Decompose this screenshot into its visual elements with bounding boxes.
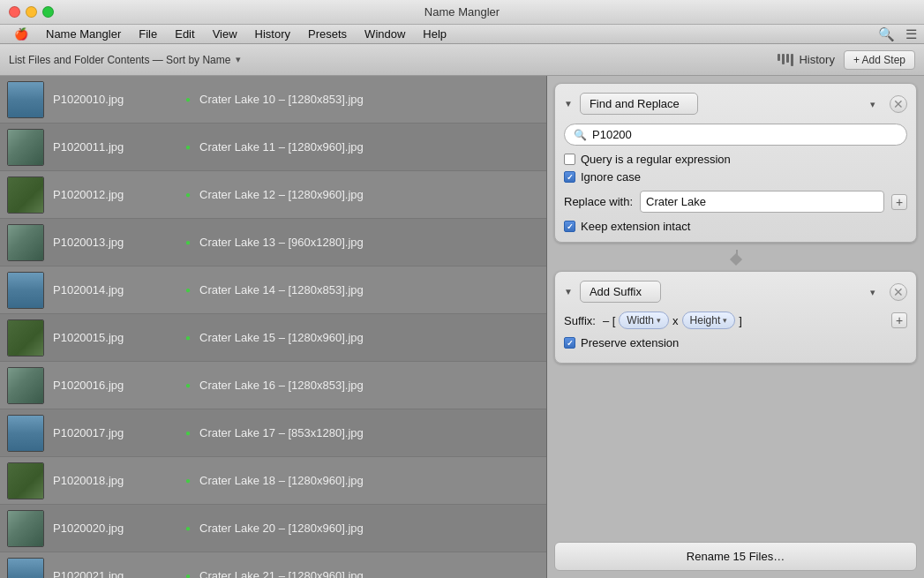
- width-token-label: Width: [627, 314, 654, 327]
- keep-ext-checkbox[interactable]: [564, 221, 575, 232]
- file-arrow-icon: ●: [185, 94, 191, 104]
- file-thumbnail: [7, 558, 44, 579]
- file-thumbnail: [7, 367, 44, 404]
- file-original-name: P1020013.jpg: [53, 236, 177, 249]
- menu-help[interactable]: Help: [416, 26, 454, 42]
- step2-header: ▼ Add Suffix ✕: [564, 281, 907, 303]
- step1-toggle[interactable]: ▼: [564, 99, 573, 109]
- file-row[interactable]: P1020016.jpg●Crater Lake 16 – [1280x853]…: [0, 362, 546, 409]
- file-result-name: Crater Lake 17 – [853x1280].jpg: [199, 426, 364, 439]
- connector-diamond: [729, 253, 741, 266]
- step1-close-button[interactable]: ✕: [890, 95, 907, 113]
- replace-label: Replace with:: [564, 195, 633, 208]
- menu-file[interactable]: File: [131, 26, 164, 42]
- minimize-button[interactable]: [26, 6, 37, 18]
- step2-type-select[interactable]: Add Suffix: [580, 281, 661, 303]
- preserve-ext-label: Preserve extension: [581, 336, 679, 349]
- maximize-button[interactable]: [42, 6, 54, 18]
- file-row[interactable]: P1020017.jpg●Crater Lake 17 – [853x1280]…: [0, 409, 546, 457]
- step1-header: ▼ Find and Replace ✕: [564, 93, 907, 115]
- file-arrow-icon: ●: [185, 476, 191, 485]
- step2-toggle[interactable]: ▼: [564, 287, 573, 297]
- window-title: Name Mangler: [424, 5, 500, 19]
- replace-plus-button[interactable]: +: [891, 194, 907, 210]
- search-icon[interactable]: 🔍: [878, 26, 895, 42]
- menu-appname[interactable]: Name Mangler: [39, 26, 128, 42]
- file-arrow-icon: ●: [185, 571, 191, 578]
- main-layout: P1020010.jpg●Crater Lake 10 – [1280x853]…: [0, 76, 924, 578]
- search-input[interactable]: [592, 128, 898, 141]
- search-field-icon: 🔍: [574, 129, 587, 141]
- file-thumbnail: [7, 81, 44, 118]
- menu-view[interactable]: View: [206, 26, 244, 42]
- suffix-x-text: x: [672, 314, 679, 327]
- menu-history[interactable]: History: [248, 26, 297, 42]
- width-token-button[interactable]: Width ▾: [619, 312, 669, 329]
- keep-ext-label: Keep extension intact: [581, 220, 690, 233]
- file-thumbnail: [7, 272, 44, 309]
- height-token-label: Height: [690, 314, 721, 327]
- list-icon[interactable]: ☰: [905, 26, 917, 42]
- query-regex-checkbox[interactable]: [564, 154, 575, 165]
- ignore-case-checkbox[interactable]: [564, 171, 575, 183]
- file-row[interactable]: P1020012.jpg●Crater Lake 12 – [1280x960]…: [0, 171, 546, 219]
- ignore-case-row: Ignore case: [564, 170, 907, 184]
- toolbar-left: List Files and Folder Contents — Sort by…: [9, 54, 770, 66]
- search-field: 🔍: [564, 124, 907, 146]
- file-result-name: Crater Lake 12 – [1280x960].jpg: [199, 188, 364, 201]
- file-row[interactable]: P1020010.jpg●Crater Lake 10 – [1280x853]…: [0, 76, 546, 124]
- file-list: P1020010.jpg●Crater Lake 10 – [1280x853]…: [0, 76, 547, 578]
- file-original-name: P1020017.jpg: [53, 426, 177, 439]
- file-arrow-icon: ●: [185, 285, 191, 295]
- height-token-button[interactable]: Height ▾: [682, 312, 736, 329]
- height-token-arrow: ▾: [723, 316, 727, 325]
- file-result-name: Crater Lake 18 – [1280x960].jpg: [199, 474, 364, 487]
- file-thumbnail: [7, 510, 44, 547]
- query-regex-row: Query is a regular expression: [564, 153, 907, 166]
- file-row[interactable]: P1020018.jpg●Crater Lake 18 – [1280x960]…: [0, 457, 546, 505]
- close-button[interactable]: [9, 6, 20, 18]
- step1-type-select[interactable]: Find and Replace: [580, 93, 698, 115]
- menu-bar: 🍎 Name Mangler File Edit View History Pr…: [0, 25, 924, 44]
- file-original-name: P1020014.jpg: [53, 283, 177, 297]
- suffix-plus-button[interactable]: +: [891, 312, 907, 328]
- file-result-name: Crater Lake 21 – [1280x960].jpg: [199, 569, 364, 578]
- step2-close-button[interactable]: ✕: [890, 283, 907, 301]
- file-row[interactable]: P1020014.jpg●Crater Lake 14 – [1280x853]…: [0, 266, 546, 314]
- file-row[interactable]: P1020015.jpg●Crater Lake 15 – [1280x960]…: [0, 314, 546, 362]
- preserve-ext-checkbox[interactable]: [564, 337, 575, 349]
- file-arrow-icon: ●: [185, 428, 191, 438]
- add-step-button[interactable]: + Add Step: [844, 50, 915, 70]
- file-row[interactable]: P1020011.jpg●Crater Lake 11 – [1280x960]…: [0, 124, 546, 171]
- file-arrow-icon: ●: [185, 190, 191, 199]
- menu-window[interactable]: Window: [357, 26, 412, 42]
- file-result-name: Crater Lake 13 – [960x1280].jpg: [199, 236, 364, 249]
- menu-apple[interactable]: 🍎: [7, 26, 35, 42]
- file-arrow-icon: ●: [185, 523, 191, 533]
- file-row[interactable]: P1020021.jpg●Crater Lake 21 – [1280x960]…: [0, 552, 546, 578]
- menu-edit[interactable]: Edit: [168, 26, 201, 42]
- right-panel: ▼ Find and Replace ✕ 🔍 Query is a regula…: [547, 76, 924, 578]
- query-regex-label: Query is a regular expression: [581, 153, 731, 166]
- toolbar-dropdown-arrow[interactable]: ▾: [236, 54, 241, 65]
- toolbar-list-label: List Files and Folder Contents — Sort by…: [9, 54, 230, 66]
- file-original-name: P1020011.jpg: [53, 140, 177, 154]
- file-thumbnail: [7, 224, 44, 261]
- replace-input[interactable]: [646, 195, 878, 208]
- file-original-name: P1020018.jpg: [53, 474, 177, 487]
- replace-row: Replace with: +: [564, 191, 907, 213]
- file-result-name: Crater Lake 10 – [1280x853].jpg: [199, 93, 364, 106]
- file-original-name: P1020012.jpg: [53, 188, 177, 201]
- file-result-name: Crater Lake 16 – [1280x853].jpg: [199, 379, 364, 392]
- file-row[interactable]: P1020013.jpg●Crater Lake 13 – [960x1280]…: [0, 219, 546, 266]
- file-original-name: P1020020.jpg: [53, 522, 177, 535]
- step-connector: [554, 250, 917, 264]
- rename-button[interactable]: Rename 15 Files…: [554, 542, 917, 571]
- file-original-name: P1020021.jpg: [53, 569, 177, 578]
- width-token-arrow: ▾: [657, 316, 661, 325]
- file-result-name: Crater Lake 20 – [1280x960].jpg: [199, 522, 364, 535]
- file-row[interactable]: P1020020.jpg●Crater Lake 20 – [1280x960]…: [0, 505, 546, 552]
- traffic-lights[interactable]: [9, 6, 54, 18]
- panel-spacer: [554, 371, 917, 535]
- menu-presets[interactable]: Presets: [301, 26, 354, 42]
